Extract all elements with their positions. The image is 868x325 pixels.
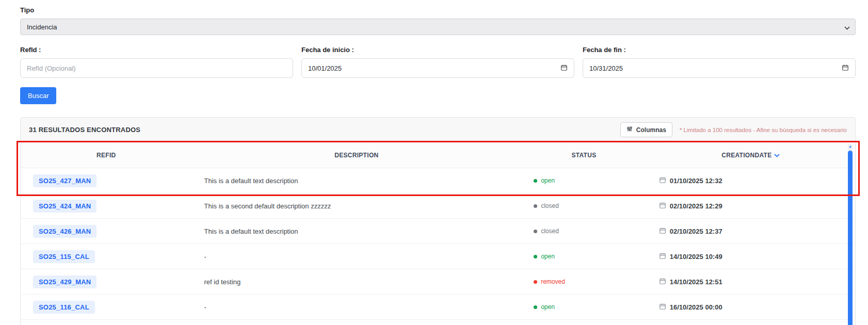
calendar-icon <box>659 202 666 210</box>
calendar-icon[interactable] <box>560 64 568 73</box>
refid-cell: SO25_115_CAL <box>21 250 191 263</box>
status-label: open <box>541 253 555 260</box>
buscar-button[interactable]: Buscar <box>20 87 56 104</box>
calendar-icon <box>659 227 666 236</box>
description-cell: This is a default text description <box>191 228 521 235</box>
refid-field: RefId : <box>20 46 293 78</box>
scrollbar-thumb[interactable] <box>848 151 853 325</box>
column-header-refid[interactable]: REFID <box>21 152 191 159</box>
status-badge: closed <box>521 228 647 235</box>
refid-link[interactable]: SO25_116_CAL <box>33 301 95 314</box>
creationdate-value: 01/10/2025 12:32 <box>670 177 722 185</box>
refid-link[interactable]: SO25_427_MAN <box>33 174 97 187</box>
sliders-icon <box>626 126 633 134</box>
status-dot-icon <box>534 179 537 183</box>
status-label: closed <box>541 202 559 209</box>
table-row[interactable]: SO25_426_MAN This is a default text desc… <box>21 219 855 244</box>
description-cell: ref id testing <box>191 278 521 286</box>
refid-link[interactable]: SO25_424_MAN <box>33 200 97 213</box>
tipo-label: Tipo <box>20 6 856 14</box>
refid-cell: SO25_424_MAN <box>21 200 191 213</box>
status-badge: open <box>521 253 647 260</box>
results-card-header: 31 RESULTADOS ENCONTRADOS Columnas * Lim… <box>21 118 855 142</box>
columnas-button[interactable]: Columnas <box>620 122 672 137</box>
calendar-icon <box>659 303 666 312</box>
status-badge: open <box>521 177 647 184</box>
chevron-down-icon <box>844 24 850 31</box>
refid-input[interactable] <box>20 58 293 78</box>
creationdate-cell: 16/10/2025 00:00 <box>647 303 855 312</box>
column-header-description[interactable]: DESCRIPTION <box>191 152 521 159</box>
creationdate-header-label: CREATIONDATE <box>721 152 771 159</box>
creationdate-value: 02/10/2025 12:37 <box>670 228 722 235</box>
creationdate-value: 02/10/2025 12:29 <box>670 202 722 210</box>
results-table: REFID DESCRIPTION STATUS CREATIONDATE SO… <box>21 142 855 320</box>
filters-row: RefId : Fecha de inicio : 10/01/2025 Fec… <box>20 46 856 78</box>
description-cell: This is a second default description zzz… <box>191 202 521 210</box>
description-cell: This is a default text description <box>191 177 521 185</box>
tipo-select[interactable]: Incidencia <box>20 19 856 35</box>
results-card: 31 RESULTADOS ENCONTRADOS Columnas * Lim… <box>20 117 856 325</box>
fecha-fin-input[interactable]: 10/31/2025 <box>583 58 856 78</box>
calendar-icon <box>659 176 666 185</box>
results-count: 31 RESULTADOS ENCONTRADOS <box>29 126 140 134</box>
columnas-label: Columnas <box>636 126 666 134</box>
creationdate-cell: 14/10/2025 10:49 <box>647 252 855 261</box>
creationdate-value: 14/10/2025 10:49 <box>670 253 722 261</box>
calendar-icon[interactable] <box>842 64 849 73</box>
description-cell: - <box>191 253 521 261</box>
status-label: removed <box>541 278 565 285</box>
refid-cell: SO25_426_MAN <box>21 225 191 238</box>
table-body: SO25_427_MAN This is a default text desc… <box>21 168 855 320</box>
fecha-fin-field: Fecha de fin : 10/31/2025 <box>583 46 856 78</box>
status-dot-icon <box>534 255 537 258</box>
page: Tipo Incidencia RefId : Fecha de inicio … <box>0 0 868 325</box>
table-row[interactable]: SO25_115_CAL - open 14/10/2025 10:49 <box>21 244 855 269</box>
status-dot-icon <box>534 204 537 208</box>
fecha-inicio-input[interactable]: 10/01/2025 <box>301 58 574 78</box>
fecha-inicio-field: Fecha de inicio : 10/01/2025 <box>301 46 574 78</box>
refid-link[interactable]: SO25_429_MAN <box>33 275 97 288</box>
status-badge: open <box>521 303 647 311</box>
status-label: open <box>541 303 555 311</box>
scrollbar[interactable]: ▲ <box>848 143 853 325</box>
status-label: closed <box>541 228 559 235</box>
limit-note: * Limitado a 100 resultados - Afine su b… <box>680 127 847 133</box>
fecha-fin-value: 10/31/2025 <box>589 64 623 72</box>
tipo-selected-value: Incidencia <box>27 23 57 31</box>
creationdate-cell: 14/10/2025 12:51 <box>647 278 855 286</box>
creationdate-cell: 02/10/2025 12:29 <box>647 202 855 210</box>
results-header-right: Columnas * Limitado a 100 resultados - A… <box>620 122 847 137</box>
fecha-inicio-value: 10/01/2025 <box>308 64 342 72</box>
status-dot-icon <box>534 280 537 284</box>
creationdate-cell: 01/10/2025 12:32 <box>647 176 855 185</box>
refid-cell: SO25_429_MAN <box>21 275 191 288</box>
refid-label: RefId : <box>20 46 293 54</box>
column-header-creationdate[interactable]: CREATIONDATE <box>647 152 855 159</box>
refid-cell: SO25_427_MAN <box>21 174 191 187</box>
description-cell: - <box>191 303 521 311</box>
table-row[interactable]: SO25_424_MAN This is a second default de… <box>21 193 855 219</box>
table-row[interactable]: SO25_427_MAN This is a default text desc… <box>21 168 855 193</box>
scroll-up-arrow[interactable]: ▲ <box>848 144 853 149</box>
status-dot-icon <box>534 305 537 309</box>
calendar-icon <box>659 278 666 286</box>
refid-cell: SO25_116_CAL <box>21 301 191 314</box>
status-badge: closed <box>521 202 647 209</box>
sort-chevron-down-icon <box>774 152 780 159</box>
table-row[interactable]: SO25_116_CAL - open 16/10/2025 00:00 <box>21 295 855 320</box>
fecha-fin-label: Fecha de fin : <box>583 46 856 54</box>
status-label: open <box>541 177 555 184</box>
refid-link[interactable]: SO25_426_MAN <box>33 225 97 238</box>
status-dot-icon <box>534 230 537 233</box>
table-row[interactable]: SO25_429_MAN ref id testing removed 14/1… <box>21 269 855 295</box>
tipo-field: Tipo Incidencia <box>20 6 856 35</box>
table-header-row: REFID DESCRIPTION STATUS CREATIONDATE <box>21 142 855 168</box>
creationdate-cell: 02/10/2025 12:37 <box>647 227 855 236</box>
refid-link[interactable]: SO25_115_CAL <box>33 250 95 263</box>
creationdate-value: 16/10/2025 00:00 <box>670 303 722 311</box>
column-header-status[interactable]: STATUS <box>521 152 647 159</box>
calendar-icon <box>659 252 666 261</box>
fecha-inicio-label: Fecha de inicio : <box>301 46 574 54</box>
status-badge: removed <box>521 278 647 285</box>
